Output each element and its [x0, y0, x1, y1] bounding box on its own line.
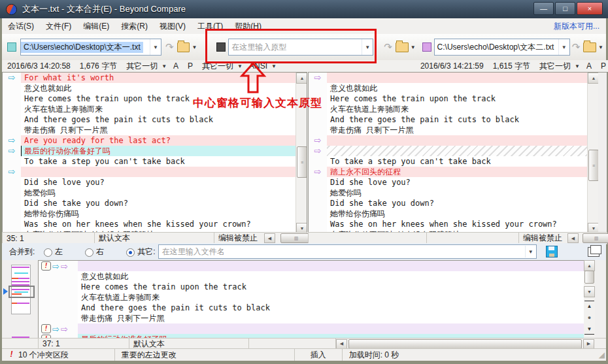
left-path-combo[interactable]: C:\Users\echo\Desktop\文本一.txt ▼ — [20, 39, 161, 56]
right-flag-a[interactable]: A — [586, 61, 592, 71]
scrollbar-thumb[interactable]: ▥ — [280, 233, 312, 243]
open-folder-icon[interactable] — [177, 42, 190, 52]
swap-sides-icon[interactable]: ↷ — [165, 41, 174, 53]
scrollbar-thumb[interactable]: ≡ — [297, 146, 307, 178]
chevron-down-icon[interactable]: ▼ — [150, 39, 161, 55]
scroll-left-icon[interactable]: ◀ — [264, 233, 275, 243]
chevron-down-icon[interactable]: ▼ — [598, 44, 603, 50]
merge-right-radio[interactable] — [85, 248, 93, 257]
text-line[interactable]: ⇨ — [309, 73, 607, 83]
right-path-combo[interactable]: C:\Users\echo\Desktop\文本二.txt ▼ — [434, 39, 570, 56]
scroll-left-icon[interactable]: ◀ — [336, 339, 347, 349]
menu-item[interactable]: 会话(S) — [2, 22, 40, 31]
merge-left-radio[interactable] — [44, 248, 52, 257]
first-section-icon[interactable]: ▲ — [584, 301, 594, 311]
text-line[interactable]: And there goes the pain it cuts to black — [3, 114, 307, 125]
window-layout-icon[interactable] — [588, 247, 600, 257]
line-gutter — [39, 271, 78, 282]
update-available-link[interactable]: 新版本可用... — [554, 21, 600, 32]
text-line[interactable]: Did she take you down? — [3, 198, 307, 208]
menu-item[interactable]: 文件(F) — [40, 22, 77, 31]
scroll-left-icon[interactable]: ◀ — [567, 233, 579, 243]
text-line[interactable]: ⇨Are you ready for the last act? — [3, 135, 307, 146]
chevron-down-icon[interactable]: ▼ — [192, 44, 197, 50]
last-section-icon[interactable]: ▼ — [584, 324, 594, 335]
merge-left-label[interactable]: 左 — [55, 246, 63, 257]
text-line[interactable]: !⇨⇨ — [39, 323, 584, 334]
chevron-down-icon[interactable]: ▼ — [161, 63, 167, 69]
left-flag-a[interactable]: A — [173, 61, 178, 71]
text-line[interactable]: 带走伤痛 只剩下一片黑 — [3, 125, 307, 135]
line-gutter — [3, 188, 21, 198]
left-edit-state: 编辑被禁止 — [214, 233, 264, 244]
merge-right-label[interactable]: 右 — [96, 246, 104, 257]
map-diff-line — [12, 337, 29, 338]
text-line[interactable]: !⇨⇨ — [39, 261, 584, 271]
scroll-up-icon[interactable]: ▲ — [296, 73, 307, 84]
text-line[interactable]: Did she love you? — [3, 177, 307, 188]
menu-item[interactable]: 编辑(E) — [77, 22, 115, 31]
minimize-button[interactable]: — — [533, 2, 554, 15]
text-line[interactable]: ⇨ — [309, 146, 607, 156]
scrollbar-thumb[interactable] — [348, 339, 582, 349]
text-line[interactable]: Here comes the train upon the track — [39, 282, 584, 292]
line-text — [21, 167, 307, 177]
maximize-button[interactable]: □ — [555, 2, 575, 15]
text-line[interactable]: ⇨最后的行动你准备好了吗 — [3, 146, 307, 156]
resize-grip[interactable]: ◢ — [599, 350, 605, 359]
text-line[interactable]: Did she love you? — [309, 177, 607, 188]
text-line[interactable]: 她带给你伤痛吗 — [3, 208, 307, 219]
chevron-down-icon[interactable]: ▼ — [575, 63, 580, 69]
text-line[interactable]: 意义也就如此 — [309, 83, 607, 93]
menu-item[interactable]: 搜索(R) — [115, 22, 154, 31]
scrollbar-thumb[interactable]: ▥ — [583, 233, 608, 243]
text-line[interactable]: 意义也就如此 — [39, 271, 584, 282]
scrollbar-thumb[interactable]: ≡ — [588, 150, 599, 181]
text-line[interactable]: 她带给你伤痛吗 — [309, 208, 607, 219]
right-flag-p[interactable]: P — [601, 61, 606, 71]
text-line[interactable]: ⇨ — [3, 167, 307, 177]
right-diff-pane[interactable]: ⇨意义也就如此Here comes the train upon the tra… — [308, 72, 607, 233]
right-format-select[interactable]: 其它一切 — [539, 61, 571, 72]
open-folder-icon[interactable] — [396, 42, 409, 52]
text-line[interactable]: 火车在轨道上奔驰而来 — [309, 104, 607, 114]
swap-sides-icon[interactable]: ↷ — [384, 41, 392, 53]
close-button[interactable]: × — [577, 2, 603, 15]
open-folder-icon[interactable] — [583, 42, 596, 52]
text-line[interactable]: ⇨踏上永不回头的征程 — [309, 167, 607, 177]
text-line[interactable]: Did she take you down? — [309, 198, 607, 208]
text-line[interactable]: 带走伤痛 只剩下一片黑 — [39, 313, 584, 323]
chevron-down-icon[interactable]: ▼ — [525, 246, 536, 257]
text-line[interactable]: 火车在轨道上奔驰而来 — [39, 292, 584, 303]
text-line[interactable]: 带走伤痛 只剩下一片黑 — [309, 125, 607, 135]
menu-item[interactable]: 视图(V) — [154, 22, 192, 31]
merge-output-pane[interactable]: !⇨⇨意义也就如此Here comes the train upon the t… — [38, 260, 585, 339]
chevron-down-icon[interactable]: ▼ — [271, 63, 277, 69]
swap-sides-icon[interactable]: ↷ — [572, 41, 581, 53]
left-format-select[interactable]: 其它一切 — [126, 61, 158, 72]
text-line[interactable]: And there goes the pain it cuts to black — [39, 303, 584, 313]
text-line[interactable]: Here comes the train upon the track — [309, 93, 607, 104]
text-line[interactable]: Was she on her knees when she kissed you… — [309, 219, 607, 229]
scroll-right-icon[interactable]: ▶ — [583, 339, 594, 349]
scrollbar-thumb[interactable] — [584, 271, 594, 284]
map-diff-line — [18, 278, 29, 279]
current-section-icon[interactable]: ● — [584, 312, 594, 322]
scroll-up-icon[interactable]: ▲ — [584, 260, 595, 271]
text-line[interactable]: And there goes the pain it cuts to black — [309, 114, 607, 125]
chevron-down-icon[interactable]: ▼ — [558, 39, 569, 55]
scroll-down-icon[interactable]: ▼ — [584, 286, 595, 297]
chevron-down-icon[interactable]: ▼ — [411, 44, 416, 50]
output-filename-combo[interactable]: 在这里输入文件名 ▼ — [158, 244, 537, 259]
merge-other-label[interactable]: 其它: — [137, 246, 155, 257]
text-line[interactable]: 她爱你吗 — [3, 188, 307, 198]
text-line[interactable]: To take a step you can't take back — [3, 156, 307, 167]
text-line[interactable]: Was she on her knees when she kissed you… — [3, 219, 307, 229]
text-line[interactable]: ⇨ — [309, 135, 607, 146]
scroll-down-icon[interactable]: ▼ — [296, 223, 307, 233]
save-output-icon[interactable] — [546, 246, 558, 257]
text-line[interactable]: To take a step you can't take back — [309, 156, 607, 167]
text-line[interactable]: 她爱你吗 — [309, 188, 607, 198]
left-flag-p[interactable]: P — [188, 61, 193, 71]
merge-other-radio[interactable] — [126, 248, 135, 257]
